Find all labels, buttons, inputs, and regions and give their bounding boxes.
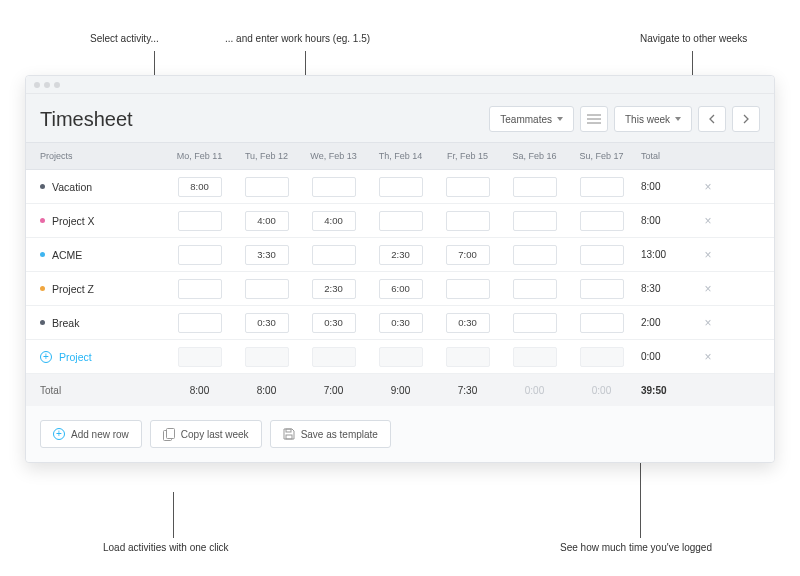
- hour-input[interactable]: [446, 313, 490, 333]
- hour-input[interactable]: [178, 279, 222, 299]
- col-day-2: We, Feb 13: [300, 151, 367, 161]
- annot-see-time: See how much time you've logged: [560, 542, 712, 553]
- table-row: Project X8:00×: [26, 204, 774, 238]
- hour-input[interactable]: [580, 279, 624, 299]
- day-total-3: 9:00: [367, 385, 434, 396]
- hour-input: [580, 347, 624, 367]
- col-day-6: Su, Feb 17: [568, 151, 635, 161]
- hour-input[interactable]: [513, 211, 557, 231]
- hour-input[interactable]: [580, 211, 624, 231]
- hour-input[interactable]: [312, 211, 356, 231]
- list-icon: [587, 114, 601, 124]
- table-row: ACME13:00×: [26, 238, 774, 272]
- hour-input: [312, 347, 356, 367]
- chevron-left-icon: [709, 114, 715, 124]
- project-dot: [40, 286, 45, 291]
- plus-circle-icon: +: [53, 428, 65, 440]
- teammates-dropdown[interactable]: Teammates: [489, 106, 574, 132]
- delete-row-button[interactable]: ×: [693, 316, 723, 330]
- svg-rect-5: [286, 429, 291, 432]
- hour-input[interactable]: [245, 211, 289, 231]
- row-total: 13:00: [635, 249, 693, 260]
- delete-row-button[interactable]: ×: [693, 180, 723, 194]
- hour-input[interactable]: [446, 245, 490, 265]
- save-icon: [283, 428, 295, 440]
- totals-row: Total 8:00 8:00 7:00 9:00 7:30 0:00 0:00…: [26, 374, 774, 406]
- annot-nav-weeks: Navigate to other weeks: [640, 33, 747, 44]
- hour-input[interactable]: [580, 177, 624, 197]
- project-dot: [40, 320, 45, 325]
- delete-row-button[interactable]: ×: [693, 248, 723, 262]
- window-chrome: [26, 76, 774, 94]
- save-template-button[interactable]: Save as template: [270, 420, 391, 448]
- hour-input[interactable]: [513, 177, 557, 197]
- project-dot: [40, 218, 45, 223]
- hour-input[interactable]: [178, 313, 222, 333]
- hour-input[interactable]: [379, 245, 423, 265]
- prev-week-button[interactable]: [698, 106, 726, 132]
- hour-input[interactable]: [245, 177, 289, 197]
- row-total: 0:00: [635, 351, 693, 362]
- svg-rect-6: [286, 435, 292, 439]
- hour-input[interactable]: [245, 279, 289, 299]
- table-header: Projects Mo, Feb 11 Tu, Feb 12 We, Feb 1…: [26, 142, 774, 170]
- hour-input[interactable]: [312, 313, 356, 333]
- hour-input[interactable]: [312, 279, 356, 299]
- project-name[interactable]: Project X: [52, 215, 95, 227]
- timesheet-table: Projects Mo, Feb 11 Tu, Feb 12 We, Feb 1…: [26, 142, 774, 406]
- hour-input[interactable]: [245, 313, 289, 333]
- hour-input[interactable]: [513, 245, 557, 265]
- project-dot: [40, 252, 45, 257]
- hour-input[interactable]: [379, 177, 423, 197]
- footer-bar: + Add new row Copy last week Save as tem…: [26, 406, 774, 462]
- hour-input[interactable]: [446, 177, 490, 197]
- hour-input[interactable]: [178, 245, 222, 265]
- project-name[interactable]: Project Z: [52, 283, 94, 295]
- annot-load-click: Load activities with one click: [103, 542, 229, 553]
- hour-input[interactable]: [446, 279, 490, 299]
- app-window: Timesheet Teammates This week Projects M…: [25, 75, 775, 463]
- project-dot: [40, 184, 45, 189]
- chevron-right-icon: [743, 114, 749, 124]
- hour-input[interactable]: [580, 245, 624, 265]
- range-dropdown[interactable]: This week: [614, 106, 692, 132]
- list-view-button[interactable]: [580, 106, 608, 132]
- project-name[interactable]: Break: [52, 317, 79, 329]
- hour-input[interactable]: [379, 279, 423, 299]
- add-project-row[interactable]: + Project 0:00 ×: [26, 340, 774, 374]
- hour-input[interactable]: [513, 279, 557, 299]
- hour-input: [379, 347, 423, 367]
- copy-last-week-button[interactable]: Copy last week: [150, 420, 262, 448]
- day-total-2: 7:00: [300, 385, 367, 396]
- hour-input: [513, 347, 557, 367]
- hour-input[interactable]: [312, 177, 356, 197]
- day-total-1: 8:00: [233, 385, 300, 396]
- hour-input[interactable]: [513, 313, 557, 333]
- hour-input[interactable]: [580, 313, 624, 333]
- hour-input[interactable]: [312, 245, 356, 265]
- page-title: Timesheet: [40, 108, 489, 131]
- hour-input[interactable]: [178, 211, 222, 231]
- delete-row-button[interactable]: ×: [693, 350, 723, 364]
- add-row-button[interactable]: + Add new row: [40, 420, 142, 448]
- row-total: 8:00: [635, 181, 693, 192]
- delete-row-button[interactable]: ×: [693, 282, 723, 296]
- project-name[interactable]: ACME: [52, 249, 82, 261]
- hour-input[interactable]: [178, 177, 222, 197]
- table-row: Project Z8:30×: [26, 272, 774, 306]
- col-day-5: Sa, Feb 16: [501, 151, 568, 161]
- hour-input: [446, 347, 490, 367]
- delete-row-button[interactable]: ×: [693, 214, 723, 228]
- svg-rect-4: [166, 428, 174, 438]
- totals-label: Total: [26, 385, 166, 396]
- hour-input[interactable]: [446, 211, 490, 231]
- col-day-0: Mo, Feb 11: [166, 151, 233, 161]
- project-name[interactable]: Vacation: [52, 181, 92, 193]
- hour-input[interactable]: [379, 313, 423, 333]
- hour-input[interactable]: [245, 245, 289, 265]
- row-total: 8:00: [635, 215, 693, 226]
- next-week-button[interactable]: [732, 106, 760, 132]
- header-bar: Timesheet Teammates This week: [26, 94, 774, 142]
- hour-input: [245, 347, 289, 367]
- hour-input[interactable]: [379, 211, 423, 231]
